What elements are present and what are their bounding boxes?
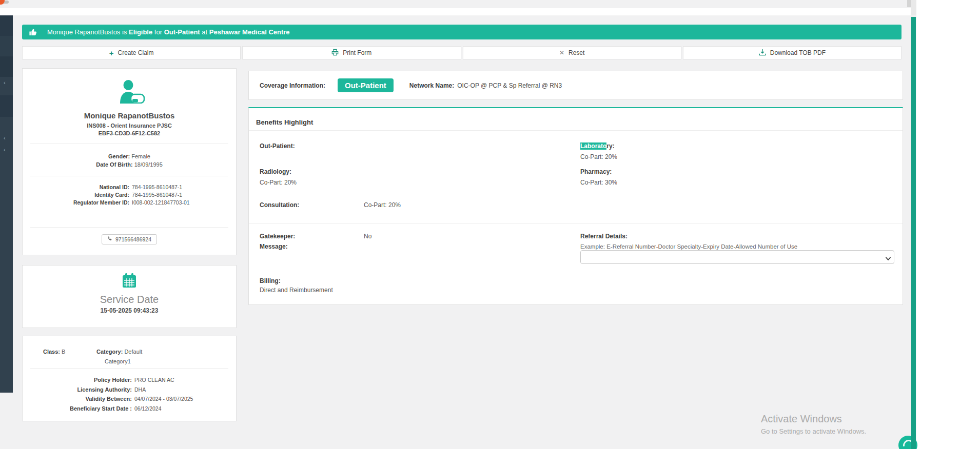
coverage-info-card: Coverage Information: Out-Patient Networ… [248, 71, 903, 100]
network-name-value: OIC-OP @ PCP & Sp Referral @ RN3 [457, 82, 562, 89]
identity-card-label: Identity Card: [23, 191, 129, 199]
window-edge-accent [911, 17, 916, 449]
banner-text-bold: Peshawar Medical Centre [209, 28, 290, 36]
policy-holder-label: Policy Holder: [23, 375, 132, 385]
close-icon: ✕ [559, 49, 564, 56]
benefits-highlight-card: Benefits Highlight Out-Patient: Laborato… [248, 107, 903, 305]
category-label: Category: [96, 349, 123, 355]
coverage-information-label: Coverage Information: [260, 82, 325, 89]
collapse-chevron-icon[interactable]: ‹ [4, 147, 10, 153]
pharmacy-label: Pharmacy: [580, 168, 612, 175]
laboratory-label: Laboratory: [580, 142, 615, 150]
vertical-scrollbar-top[interactable] [911, 0, 916, 17]
reset-label: Reset [569, 49, 584, 56]
download-icon [759, 49, 766, 57]
member-avatar-icon [23, 80, 236, 106]
regulator-member-id-value: I008-002-121847703-01 [132, 199, 236, 207]
out-patient-label: Out-Patient: [260, 142, 295, 150]
category-secondary-value: Category1 [105, 358, 131, 364]
gender-value: Female [131, 153, 150, 159]
banner-text-bold: Out-Patient [164, 28, 200, 36]
consultation-label: Consultation: [260, 201, 299, 209]
sidebar-section [0, 56, 13, 77]
service-date-card: Service Date 15-05-2025 09:43:23 [22, 265, 237, 328]
phone-button[interactable]: 971566486924 [102, 234, 157, 244]
laboratory-copart-value: Co-Part: 20% [580, 153, 617, 160]
regulator-member-id-label: Regulator Member ID: [23, 199, 129, 207]
download-tob-pdf-button[interactable]: Download TOB PDF [683, 46, 901, 59]
national-id-label: National ID: [23, 183, 129, 191]
referral-details-label: Referral Details: [580, 233, 628, 240]
billing-value: Direct and Reimbursement [260, 287, 333, 294]
search-highlight: Laborato [580, 142, 606, 150]
horizontal-scrollbar-track[interactable] [0, 0, 916, 8]
dob-label: Date Of Birth: [96, 161, 133, 168]
radiology-label: Radiology: [260, 168, 291, 175]
gatekeeper-label: Gatekeeper: [260, 233, 295, 240]
create-claim-button[interactable]: + Create Claim [22, 46, 241, 59]
referral-details-select[interactable] [580, 250, 894, 264]
licensing-authority-value: DHA [134, 385, 236, 395]
identity-card-value: 784-1995-8610487-1 [132, 191, 236, 199]
coverage-type-badge: Out-Patient [338, 78, 394, 92]
calendar-icon [23, 272, 236, 292]
thumbs-up-icon [29, 28, 37, 36]
banner-text: Monique RapanotBustos is [47, 28, 129, 36]
reset-button[interactable]: ✕ Reset [463, 46, 681, 59]
national-id-value: 784-1995-8610487-1 [132, 183, 236, 191]
service-date-value: 15-05-2025 09:43:23 [23, 307, 236, 314]
service-date-title: Service Date [23, 294, 236, 305]
sidebar-section [0, 15, 13, 36]
member-card: Monique RapanotBustos INS008 - Orient In… [22, 68, 237, 255]
pharmacy-copart-value: Co-Part: 30% [580, 179, 617, 186]
sidebar-section [0, 95, 13, 117]
print-form-label: Print Form [343, 49, 371, 56]
member-card-code: EBF3-CD3D-6F12-C582 [23, 130, 236, 136]
consultation-copart-value: Co-Part: 20% [364, 201, 401, 209]
divider [249, 223, 903, 223]
printer-icon [331, 49, 339, 57]
benefits-highlight-title: Benefits Highlight [256, 118, 313, 126]
sidebar-section [0, 36, 13, 56]
banner-text: for [152, 28, 164, 36]
gatekeeper-value: No [364, 233, 371, 240]
action-toolbar: + Create Claim Print Form ✕ Reset Downlo… [22, 46, 901, 59]
network-name-label: Network Name: [409, 82, 454, 89]
phone-icon [107, 236, 112, 242]
policy-holder-value: PRO CLEAN AC [134, 375, 236, 385]
banner-text: at [200, 28, 209, 36]
print-form-button[interactable]: Print Form [242, 46, 461, 59]
watermark-line2: Go to Settings to activate Windows. [761, 427, 866, 435]
billing-label: Billing: [260, 277, 281, 284]
dob-value: 18/09/1995 [134, 161, 163, 168]
category-value: Default [124, 349, 142, 355]
radiology-copart-value: Co-Part: 20% [260, 179, 297, 186]
validity-between-value: 04/07/2024 - 03/07/2025 [134, 394, 236, 404]
validity-between-label: Validity Between: [23, 394, 132, 404]
eligibility-banner: Monique RapanotBustos is Eligible for Ou… [22, 25, 901, 39]
message-label: Message: [260, 243, 288, 250]
class-value: B [62, 349, 65, 355]
member-insurer: INS008 - Orient Insurance PJSC [23, 123, 236, 129]
gender-label: Gender: [108, 153, 130, 159]
collapse-chevron-icon[interactable]: ‹ [4, 135, 10, 141]
beneficiary-start-date-value: 06/12/2024 [134, 404, 236, 414]
licensing-authority-label: Licensing Authority: [23, 385, 132, 395]
create-claim-label: Create Claim [117, 49, 153, 56]
banner-text-bold: Eligible [129, 28, 152, 36]
phone-number: 971566486924 [115, 236, 151, 242]
plus-icon: + [109, 49, 114, 57]
member-name: Monique RapanotBustos [23, 111, 236, 120]
download-tob-pdf-label: Download TOB PDF [770, 49, 826, 56]
divider [249, 130, 903, 131]
collapse-chevron-icon[interactable]: ‹ [4, 80, 10, 86]
watermark-line1: Activate Windows [761, 413, 866, 425]
policy-card: Class: B Category: Default Category1 Pol… [22, 336, 237, 421]
collapsed-sidebar[interactable]: ‹ ‹ ‹ [0, 15, 13, 393]
referral-details-hint: Example: E-Referral Number-Doctor Specia… [580, 243, 797, 250]
app-window: ‹ ‹ ‹ Monique RapanotBustos is Eligible … [0, 0, 980, 449]
beneficiary-start-date-label: Beneficiary Start Date : [23, 404, 132, 414]
class-label: Class: [43, 349, 60, 355]
activate-windows-watermark: Activate Windows Go to Settings to activ… [761, 413, 866, 435]
